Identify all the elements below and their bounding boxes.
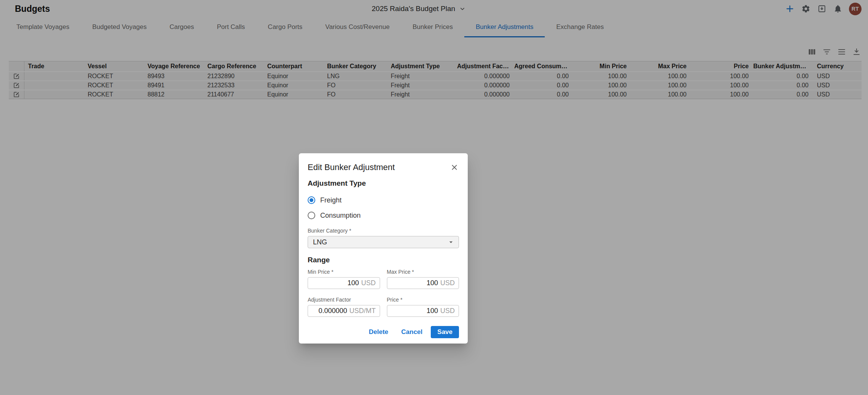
radio-button-icon <box>308 196 315 204</box>
bunker-category-select[interactable]: LNG <box>308 236 459 248</box>
adjustment-factor-input[interactable]: 0.000000 USD/MT <box>308 305 380 317</box>
edit-bunker-adjustment-dialog: Edit Bunker Adjustment Adjustment Type F… <box>299 153 468 344</box>
delete-button[interactable]: Delete <box>364 326 393 338</box>
bunker-category-label: Bunker Category * <box>308 228 459 234</box>
min-price-input[interactable]: 100 USD <box>308 277 380 289</box>
radio-label: Consumption <box>320 212 361 220</box>
radio-label: Freight <box>320 196 342 204</box>
save-button[interactable]: Save <box>431 326 459 338</box>
field-value: 100 <box>347 279 359 287</box>
range-section-label: Range <box>308 256 459 264</box>
price-label: Price * <box>387 297 459 303</box>
field-suffix: USD/MT <box>350 307 376 315</box>
radio-consumption[interactable]: Consumption <box>308 208 459 223</box>
dialog-actions: Delete Cancel Save <box>308 326 459 338</box>
dialog-title: Edit Bunker Adjustment <box>308 162 395 172</box>
field-suffix: USD <box>440 307 455 315</box>
adjustment-type-radio-group: Freight Consumption <box>308 193 459 223</box>
min-price-field-group: Min Price * 100 USD <box>308 269 380 289</box>
close-icon <box>450 163 459 172</box>
dialog-header: Edit Bunker Adjustment <box>308 162 459 172</box>
radio-button-icon <box>308 212 315 219</box>
cancel-button[interactable]: Cancel <box>397 326 427 338</box>
price-field-group: Price * 100 USD <box>387 297 459 317</box>
min-price-label: Min Price * <box>308 269 380 275</box>
field-value: 100 <box>427 279 438 287</box>
max-price-field-group: Max Price * 100 USD <box>387 269 459 289</box>
chevron-down-icon <box>447 238 455 246</box>
max-price-input[interactable]: 100 USD <box>387 277 459 289</box>
radio-freight[interactable]: Freight <box>308 193 459 208</box>
adjustment-type-section-label: Adjustment Type <box>308 179 459 188</box>
adjustment-factor-field-group: Adjustment Factor 0.000000 USD/MT <box>308 297 380 317</box>
adjustment-factor-label: Adjustment Factor <box>308 297 380 303</box>
bunker-category-value: LNG <box>313 238 327 246</box>
price-input[interactable]: 100 USD <box>387 305 459 317</box>
field-value: 100 <box>427 307 438 315</box>
field-suffix: USD <box>361 279 375 287</box>
range-fields: Min Price * 100 USD Max Price * 100 USD … <box>308 269 459 317</box>
close-dialog-button[interactable] <box>450 163 459 172</box>
field-suffix: USD <box>440 279 455 287</box>
field-value: 0.000000 <box>318 307 347 315</box>
max-price-label: Max Price * <box>387 269 459 275</box>
